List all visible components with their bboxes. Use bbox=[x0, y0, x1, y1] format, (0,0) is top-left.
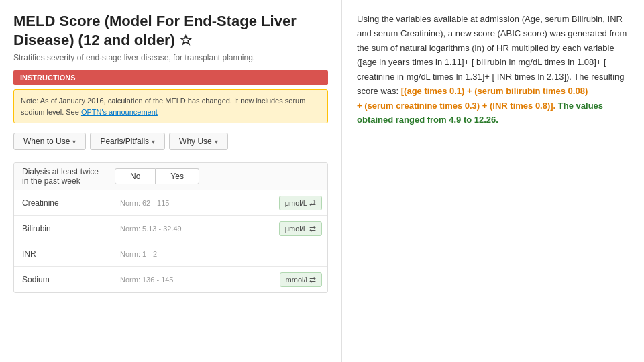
chevron-down-icon: ▾ bbox=[152, 138, 155, 145]
sodium-row: Sodium Norm: 136 - 145 mmol/l ⇄ bbox=[14, 267, 327, 292]
sodium-input-area: Norm: 136 - 145 mmol/l ⇄ bbox=[115, 272, 327, 287]
sodium-label: Sodium bbox=[14, 271, 115, 288]
inr-norm: Norm: 1 - 2 bbox=[115, 250, 327, 258]
input-form: Dialysis at least twice in the past week… bbox=[13, 162, 328, 293]
bilirubin-label: Bilirubin bbox=[14, 220, 115, 237]
notice-box: Note: As of January 2016, calculation of… bbox=[13, 89, 328, 123]
right-panel: Using the variables available at admissi… bbox=[342, 0, 644, 362]
creatinine-unit-badge[interactable]: μmol/L ⇄ bbox=[279, 196, 322, 210]
tab-why-use[interactable]: Why Use ▾ bbox=[169, 133, 228, 150]
the-resulting-text: The resulting bbox=[574, 72, 624, 82]
dialysis-no-button[interactable]: No bbox=[115, 168, 156, 184]
tab-buttons: When to Use ▾ Pearls/Pitfalls ▾ Why Use … bbox=[13, 133, 328, 150]
bilirubin-input-area: Norm: 5.13 - 32.49 μmol/L ⇄ bbox=[115, 221, 327, 236]
tab-when-to-use[interactable]: When to Use ▾ bbox=[13, 133, 86, 150]
bilirubin-unit-label: μmol/L bbox=[285, 225, 307, 233]
creatinine-input-area: Norm: 62 - 115 μmol/L ⇄ bbox=[115, 196, 327, 210]
dialysis-row: Dialysis at least twice in the past week… bbox=[14, 163, 327, 190]
sodium-unit-badge[interactable]: mmol/l ⇄ bbox=[280, 272, 322, 287]
bilirubin-row: Bilirubin Norm: 5.13 - 32.49 μmol/L ⇄ bbox=[14, 216, 327, 241]
tab-why-use-label: Why Use bbox=[179, 137, 212, 146]
convert-icon: ⇄ bbox=[309, 275, 316, 284]
bilirubin-norm: Norm: 5.13 - 32.49 bbox=[115, 225, 279, 233]
creatinine-norm: Norm: 62 - 115 bbox=[115, 199, 279, 207]
convert-icon: ⇄ bbox=[309, 198, 316, 208]
dialysis-input-area: No Yes bbox=[115, 168, 327, 184]
sodium-unit-label: mmol/l bbox=[286, 276, 307, 284]
sodium-norm: Norm: 136 - 145 bbox=[115, 276, 280, 284]
chevron-down-icon: ▾ bbox=[72, 138, 76, 145]
inr-row: INR Norm: 1 - 2 bbox=[14, 241, 327, 267]
dialysis-options: No Yes bbox=[115, 168, 199, 184]
description-text: Using the variables available at admissi… bbox=[357, 12, 629, 127]
page-subtitle: Stratifies severity of end-stage liver d… bbox=[13, 53, 328, 62]
dialysis-yes-button[interactable]: Yes bbox=[156, 168, 199, 184]
instructions-label: INSTRUCTIONS bbox=[13, 70, 328, 85]
formula-age-bilirubin: [(age times 0.1) + (serum bilirubin time… bbox=[401, 86, 588, 96]
tab-pearls-pitfalls-label: Pearls/Pitfalls bbox=[100, 137, 149, 146]
formula-creatinine-inr: + (serum creatinine times 0.3) + (INR ti… bbox=[357, 101, 555, 111]
tab-when-to-use-label: When to Use bbox=[23, 137, 70, 146]
chevron-down-icon: ▾ bbox=[215, 138, 218, 145]
creatinine-label: Creatinine bbox=[14, 194, 115, 212]
notice-text: Note: As of January 2016, calculation of… bbox=[21, 97, 305, 116]
optn-link[interactable]: OPTN's announcement bbox=[81, 108, 158, 116]
inr-label: INR bbox=[14, 245, 115, 263]
left-panel: MELD Score (Model For End-Stage Liver Di… bbox=[0, 0, 342, 362]
tab-pearls-pitfalls[interactable]: Pearls/Pitfalls ▾ bbox=[90, 133, 165, 150]
inr-input-area: Norm: 1 - 2 bbox=[115, 250, 327, 258]
creatinine-row: Creatinine Norm: 62 - 115 μmol/L ⇄ bbox=[14, 190, 327, 216]
convert-icon: ⇄ bbox=[309, 224, 316, 233]
creatinine-unit-label: μmol/L bbox=[285, 199, 307, 207]
dialysis-label: Dialysis at least twice in the past week bbox=[14, 163, 115, 190]
bilirubin-unit-badge[interactable]: μmol/L ⇄ bbox=[279, 221, 322, 236]
page-title: MELD Score (Model For End-Stage Liver Di… bbox=[13, 12, 328, 49]
